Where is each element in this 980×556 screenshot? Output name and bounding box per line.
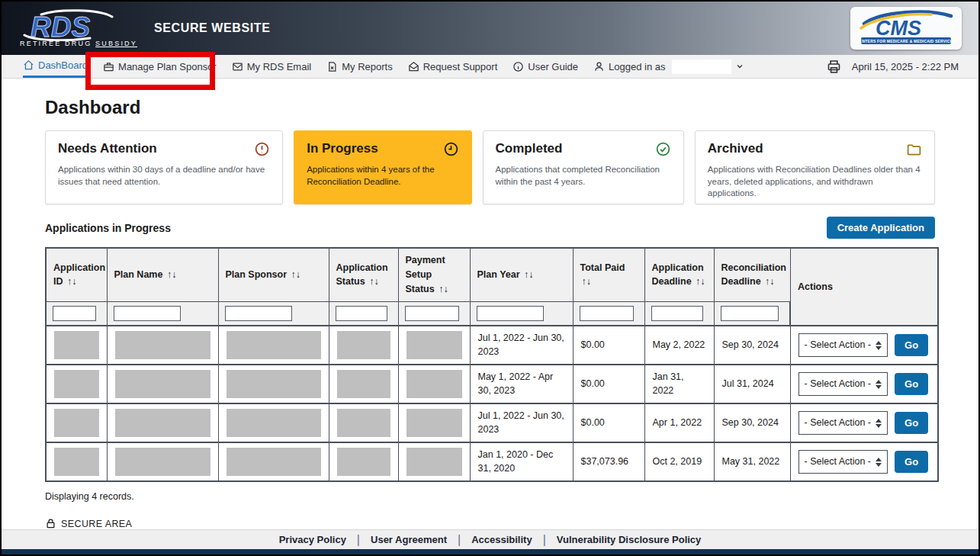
navbar-right: April 15, 2025 - 2:22 PM bbox=[826, 55, 959, 78]
filter-input-plan-name[interactable] bbox=[114, 306, 181, 321]
folder-icon bbox=[906, 141, 922, 157]
footer-link-privacy-policy[interactable]: Privacy Policy bbox=[279, 534, 346, 545]
sort-icon: ↑↓ bbox=[291, 269, 301, 280]
column-header-plan-sponsor[interactable]: Plan Sponsor ↑↓ bbox=[218, 248, 329, 301]
site-label: SECURE WEBSITE bbox=[154, 21, 270, 35]
top-banner: RDS Retiree Drug Subsidy SECURE WEBSITE … bbox=[2, 2, 978, 55]
card-in-progress[interactable]: In Progress Applications within 4 years … bbox=[294, 130, 471, 204]
sort-icon: ↑↓ bbox=[67, 276, 77, 287]
table-row: Jan 1, 2020 - Dec 31, 2020 $37,073.96 Oc… bbox=[46, 442, 938, 481]
nav-item-my-reports[interactable]: My Reports bbox=[326, 55, 392, 78]
card-needs-attention[interactable]: Needs Attention Applications within 30 d… bbox=[45, 130, 283, 204]
sort-icon: ↑↓ bbox=[439, 284, 448, 294]
redacted-plan-sponsor bbox=[227, 448, 321, 476]
filter-input-application-deadline[interactable] bbox=[651, 306, 703, 321]
clock-icon bbox=[443, 141, 459, 157]
nav-item-label: User Guide bbox=[528, 61, 578, 72]
envelope-icon bbox=[232, 61, 243, 72]
report-file-icon bbox=[326, 61, 338, 72]
application-deadline-cell: Apr 1, 2022 bbox=[644, 403, 714, 442]
secure-area-label: SECURE AREA bbox=[61, 519, 132, 529]
create-application-button[interactable]: Create Application bbox=[827, 217, 935, 239]
nav-item-manage-plan-sponsor[interactable]: Manage Plan Sponsor bbox=[103, 55, 217, 78]
application-deadline-cell: Oct 2, 2019 bbox=[644, 442, 714, 481]
status-cards: Needs Attention Applications within 30 d… bbox=[45, 130, 935, 204]
table-row: Jul 1, 2022 - Jun 30, 2023 $0.00 Apr 1, … bbox=[46, 403, 938, 442]
filter-input-application-status[interactable] bbox=[336, 306, 387, 321]
go-button[interactable]: Go bbox=[895, 412, 928, 434]
redacted-application-id bbox=[54, 448, 99, 476]
total-paid-cell: $37,073.96 bbox=[573, 442, 644, 481]
card-archived[interactable]: Archived Applications with Reconciliatio… bbox=[695, 130, 935, 204]
lock-icon bbox=[45, 518, 56, 529]
logged-in-user-select[interactable] bbox=[672, 59, 731, 74]
column-header-application-status[interactable]: Application Status ↑↓ bbox=[329, 248, 398, 301]
column-header-application-deadline[interactable]: Application Deadline ↑↓ bbox=[644, 248, 714, 301]
select-action-dropdown[interactable]: - Select Action - bbox=[798, 411, 888, 435]
footer-separator: | bbox=[458, 533, 461, 547]
column-header-application-id[interactable]: Application ID ↑↓ bbox=[46, 248, 107, 301]
filter-input-application-id[interactable] bbox=[53, 306, 96, 321]
table-row: Jul 1, 2022 - Jun 30, 2023 $0.00 May 2, … bbox=[46, 326, 938, 365]
nav-item-user-guide[interactable]: User Guide bbox=[512, 55, 578, 78]
footer-separator: | bbox=[543, 533, 546, 547]
redacted-application-id bbox=[54, 370, 99, 398]
footer-link-user-agreement[interactable]: User Agreement bbox=[371, 534, 447, 545]
select-action-dropdown[interactable]: - Select Action - bbox=[798, 333, 888, 357]
check-circle-icon bbox=[655, 141, 671, 157]
footer-link-vulnerability-disclosure-policy[interactable]: Vulnerability Disclosure Policy bbox=[557, 534, 702, 545]
filter-input-total-paid[interactable] bbox=[580, 306, 634, 321]
record-count: Displaying 4 records. bbox=[45, 491, 935, 502]
briefcase-icon bbox=[103, 61, 114, 72]
filter-input-reconciliation-deadline[interactable] bbox=[721, 306, 779, 321]
application-deadline-cell: Jan 31, 2022 bbox=[644, 365, 714, 403]
sort-icon: ↑↓ bbox=[167, 269, 177, 280]
redacted-payment-setup-status bbox=[406, 448, 462, 476]
secure-area-badge: SECURE AREA bbox=[45, 518, 935, 529]
filter-input-plan-sponsor[interactable] bbox=[225, 306, 292, 321]
mail-open-icon bbox=[408, 61, 419, 72]
column-header-reconciliation-deadline[interactable]: Reconciliation Deadline ↑↓ bbox=[714, 248, 790, 301]
printer-icon[interactable] bbox=[826, 59, 842, 75]
redacted-payment-setup-status bbox=[406, 331, 462, 359]
nav-item-label: DashBoard bbox=[38, 59, 88, 71]
footer-separator: | bbox=[357, 533, 360, 547]
total-paid-cell: $0.00 bbox=[573, 326, 644, 365]
total-paid-cell: $0.00 bbox=[573, 403, 644, 442]
card-description: Applications within 4 years of the Recon… bbox=[307, 164, 458, 188]
column-header-payment-setup-status[interactable]: Payment Setup Status ↑↓ bbox=[398, 248, 470, 301]
select-action-dropdown[interactable]: - Select Action - bbox=[798, 372, 888, 396]
plan-year-cell: May 1, 2022 - Apr 30, 2023 bbox=[470, 365, 573, 403]
select-spinner-icon bbox=[876, 458, 882, 467]
nav-item-my-rds-email[interactable]: My RDS Email bbox=[232, 55, 312, 78]
column-header-plan-name[interactable]: Plan Name ↑↓ bbox=[107, 248, 218, 301]
main-navbar: DashBoard Manage Plan Sponsor My RDS Ema… bbox=[2, 55, 978, 79]
nav-item-dashboard[interactable]: DashBoard bbox=[23, 55, 88, 78]
cms-logo: CMS CENTERS FOR MEDICARE & MEDICAID SERV… bbox=[850, 7, 962, 50]
card-title: Archived bbox=[708, 141, 763, 156]
go-button[interactable]: Go bbox=[895, 451, 928, 473]
card-completed[interactable]: Completed Applications that completed Re… bbox=[483, 130, 684, 204]
current-datetime: April 15, 2025 - 2:22 PM bbox=[852, 61, 959, 72]
card-description: Applications with Reconciliation Deadlin… bbox=[708, 164, 922, 200]
redacted-plan-name bbox=[115, 409, 210, 437]
filter-input-plan-year[interactable] bbox=[477, 306, 544, 321]
select-spinner-icon bbox=[876, 380, 882, 389]
filter-input-payment-setup-status[interactable] bbox=[405, 306, 459, 321]
go-button[interactable]: Go bbox=[895, 334, 928, 356]
go-button[interactable]: Go bbox=[895, 373, 928, 395]
footer-link-accessibility[interactable]: Accessibility bbox=[471, 534, 532, 545]
svg-text:CENTERS FOR MEDICARE & MEDICAI: CENTERS FOR MEDICARE & MEDICAID SERVICES bbox=[856, 39, 956, 43]
column-header-plan-year[interactable]: Plan Year ↑↓ bbox=[470, 248, 573, 301]
footer-bottom-bar bbox=[2, 549, 978, 554]
column-header-total-paid[interactable]: Total Paid ↑↓ bbox=[573, 248, 644, 301]
nav-item-logged-in-as[interactable]: Logged in as bbox=[593, 55, 744, 78]
applications-table: Application ID ↑↓ Plan Name ↑↓ Plan Spon… bbox=[45, 247, 939, 482]
redacted-plan-sponsor bbox=[227, 409, 321, 437]
person-icon bbox=[593, 61, 605, 72]
plan-year-cell: Jul 1, 2022 - Jun 30, 2023 bbox=[470, 326, 573, 365]
plan-year-cell: Jul 1, 2022 - Jun 30, 2023 bbox=[470, 403, 573, 442]
redacted-application-status bbox=[337, 448, 390, 476]
select-action-dropdown[interactable]: - Select Action - bbox=[798, 450, 888, 474]
nav-item-request-support[interactable]: Request Support bbox=[408, 55, 498, 78]
